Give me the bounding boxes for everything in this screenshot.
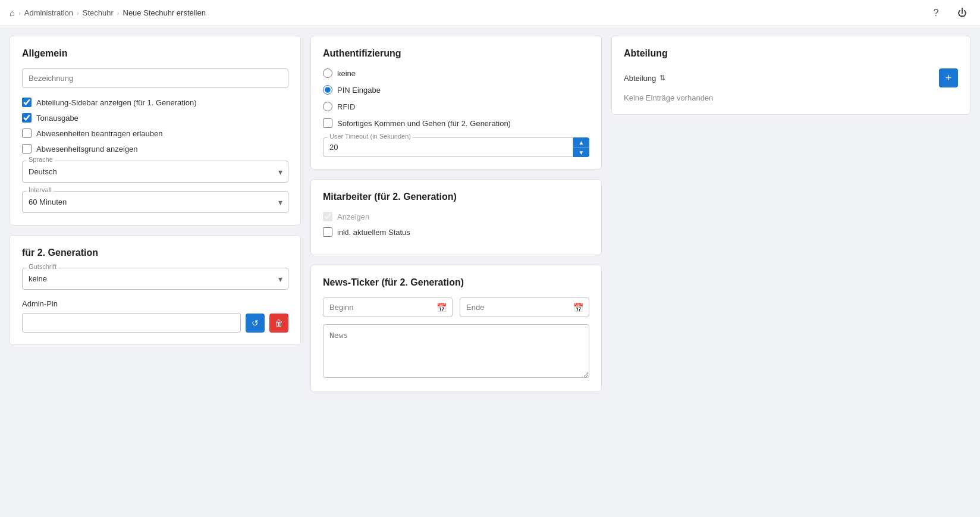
- allgemein-panel: Allgemein Abteilung-Sidebar anzeigen (fü…: [10, 36, 301, 225]
- allgemein-title: Allgemein: [22, 48, 288, 59]
- authentifizierung-title: Authentifizierung: [323, 48, 589, 59]
- admin-pin-delete-button[interactable]: 🗑: [269, 314, 288, 333]
- intervall-select[interactable]: 15 Minuten 30 Minuten 60 Minuten: [22, 191, 288, 213]
- checkbox-abwesenheiten-label: Abwesenheiten beantragen erlauben: [36, 129, 163, 138]
- checkbox-sidebar-label: Abteilung-Sidebar anzeigen (für 1. Gener…: [36, 98, 197, 107]
- help-icon[interactable]: ?: [928, 5, 944, 21]
- beginn-input[interactable]: [323, 297, 453, 317]
- col-middle: Authentifizierung keine PIN Eingabe RFID…: [310, 36, 602, 392]
- power-icon[interactable]: ⏻: [954, 5, 970, 21]
- checkbox-abwesenheiten[interactable]: [22, 129, 32, 138]
- date-row: 📅 📅: [323, 297, 589, 317]
- news-ticker-title: News-Ticker (für 2. Generation): [323, 277, 589, 288]
- beginn-field: 📅: [323, 297, 453, 317]
- abteilung-panel: Abteilung Abteilung ⇅ + Keine Einträge v…: [611, 36, 970, 115]
- authentifizierung-panel: Authentifizierung keine PIN Eingabe RFID…: [310, 36, 602, 170]
- checkbox-abwesenheitsgrund-label: Abwesenheitsgrund anzeigen: [36, 145, 138, 153]
- admin-pin-row: ↺ 🗑: [22, 313, 288, 333]
- bezeichnung-wrapper: [22, 68, 288, 88]
- checkbox-anzeigen[interactable]: [323, 212, 332, 221]
- breadcrumb-current: Neue Stechuhr erstellen: [123, 8, 206, 17]
- home-icon[interactable]: ⌂: [10, 8, 15, 18]
- generation2-panel: für 2. Generation Gutschrift keine Optio…: [10, 235, 301, 345]
- user-timeout-wrapper: User Timeout (in Sekunden) ▲ ▼: [323, 137, 589, 157]
- breadcrumb-sep-2: ›: [77, 10, 79, 17]
- gutschrift-wrapper: Gutschrift keine Option 1 Option 2 ▾: [22, 268, 288, 290]
- ende-input[interactable]: [460, 297, 589, 317]
- checkbox-ton[interactable]: [22, 113, 32, 123]
- intervall-wrapper: Intervall 15 Minuten 30 Minuten 60 Minut…: [22, 191, 288, 213]
- abteilung-label: Abteilung ⇅: [624, 74, 665, 83]
- bezeichnung-input[interactable]: [22, 68, 288, 88]
- mitarbeiter-title: Mitarbeiter (für 2. Generation): [323, 192, 589, 202]
- radio-pin-label: PIN Eingabe: [337, 86, 381, 95]
- admin-pin-refresh-button[interactable]: ↺: [246, 314, 265, 333]
- checkbox-anzeigen-label: Anzeigen: [337, 212, 369, 221]
- add-abteilung-button[interactable]: +: [939, 68, 958, 87]
- breadcrumb-administration[interactable]: Administration: [24, 8, 73, 17]
- sprache-select[interactable]: Deutsch English Français: [22, 161, 288, 183]
- abteilung-title: Abteilung: [624, 48, 958, 59]
- checkbox-inkl-status[interactable]: [323, 227, 332, 237]
- inkl-status-row: inkl. aktuellem Status: [323, 227, 589, 237]
- user-timeout-down-button[interactable]: ▼: [573, 148, 589, 157]
- col-right: Abteilung Abteilung ⇅ + Keine Einträge v…: [611, 36, 970, 115]
- checkbox-sidebar-row: Abteilung-Sidebar anzeigen (für 1. Gener…: [22, 98, 288, 107]
- mitarbeiter-panel: Mitarbeiter (für 2. Generation) Anzeigen…: [310, 179, 602, 255]
- checkbox-abwesenheitsgrund-row: Abwesenheitsgrund anzeigen: [22, 144, 288, 153]
- checkbox-ton-label: Tonausgabe: [36, 114, 78, 123]
- radio-keine[interactable]: [323, 68, 332, 78]
- checkbox-abwesenheiten-row: Abwesenheiten beantragen erlauben: [22, 129, 288, 138]
- checkbox-sofortiges-label: Sofortiges Kommen und Gehen (für 2. Gene…: [337, 119, 511, 128]
- radio-pin-row: PIN Eingabe: [323, 85, 589, 95]
- radio-pin[interactable]: [323, 85, 332, 95]
- main-content: Allgemein Abteilung-Sidebar anzeigen (fü…: [0, 26, 980, 402]
- breadcrumb-sep-1: ›: [18, 10, 21, 17]
- intervall-label: Intervall: [27, 186, 54, 193]
- gutschrift-label: Gutschrift: [27, 263, 58, 270]
- radio-keine-label: keine: [337, 69, 356, 78]
- admin-pin-input[interactable]: [22, 313, 241, 333]
- checkbox-abwesenheitsgrund[interactable]: [22, 144, 32, 153]
- user-timeout-label: User Timeout (in Sekunden): [328, 133, 413, 140]
- abteilung-header: Abteilung ⇅ +: [624, 68, 958, 87]
- generation2-title: für 2. Generation: [22, 247, 288, 258]
- news-ticker-panel: News-Ticker (für 2. Generation) 📅 📅: [310, 265, 602, 392]
- breadcrumb-stechuhr[interactable]: Stechuhr: [83, 8, 114, 17]
- abteilung-label-text: Abteilung: [624, 74, 656, 83]
- topbar-actions: ? ⏻: [928, 5, 970, 21]
- anzeigen-row: Anzeigen: [323, 212, 589, 221]
- admin-pin-label: Admin-Pin: [22, 299, 288, 308]
- user-timeout-spinner: ▲ ▼: [573, 137, 589, 157]
- abteilung-empty: Keine Einträge vorhanden: [624, 93, 958, 102]
- sprache-wrapper: Sprache Deutsch English Français ▾: [22, 161, 288, 183]
- radio-rfid-label: RFID: [337, 102, 355, 111]
- radio-keine-row: keine: [323, 68, 589, 78]
- user-timeout-input[interactable]: [323, 137, 589, 157]
- topbar: ⌂ › Administration › Stechuhr › Neue Ste…: [0, 0, 980, 26]
- news-textarea[interactable]: [323, 324, 589, 378]
- checkbox-sofortiges[interactable]: [323, 118, 332, 128]
- checkbox-sidebar[interactable]: [22, 98, 32, 107]
- gutschrift-select[interactable]: keine Option 1 Option 2: [22, 268, 288, 290]
- radio-rfid[interactable]: [323, 102, 332, 111]
- checkbox-inkl-status-label: inkl. aktuellem Status: [337, 228, 410, 237]
- ende-field: 📅: [460, 297, 589, 317]
- col-left: Allgemein Abteilung-Sidebar anzeigen (fü…: [10, 36, 301, 345]
- breadcrumb: ⌂ › Administration › Stechuhr › Neue Ste…: [10, 8, 206, 18]
- checkbox-ton-row: Tonausgabe: [22, 113, 288, 123]
- breadcrumb-sep-3: ›: [117, 10, 120, 17]
- radio-rfid-row: RFID: [323, 102, 589, 111]
- sprache-label: Sprache: [27, 156, 55, 163]
- user-timeout-up-button[interactable]: ▲: [573, 137, 589, 148]
- sort-icon[interactable]: ⇅: [659, 74, 665, 82]
- sofortiges-row: Sofortiges Kommen und Gehen (für 2. Gene…: [323, 118, 589, 128]
